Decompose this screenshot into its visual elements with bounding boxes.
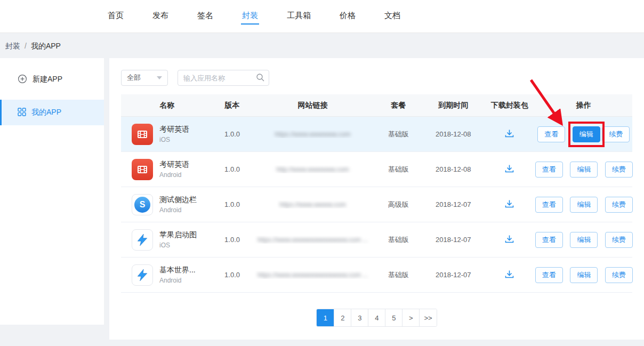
app-expire-date: 2018-12-07 bbox=[423, 236, 484, 244]
app-name: 考研英语 bbox=[159, 125, 189, 134]
film-icon bbox=[132, 124, 153, 145]
sidebar-item-new-app[interactable]: 新建APP bbox=[0, 67, 104, 92]
app-platform: iOS bbox=[159, 242, 197, 249]
view-button[interactable]: 查看 bbox=[535, 162, 563, 178]
page-button-2[interactable]: 2 bbox=[334, 309, 351, 326]
bolt-icon bbox=[132, 229, 153, 251]
view-button[interactable]: 查看 bbox=[537, 126, 565, 142]
plus-circle-icon bbox=[18, 74, 27, 85]
download-package-button[interactable] bbox=[502, 197, 517, 213]
view-button[interactable]: 查看 bbox=[535, 197, 563, 213]
pagination: 1 2 3 4 5 > >> bbox=[316, 309, 437, 327]
app-version: 1.0.0 bbox=[213, 271, 252, 279]
edit-button[interactable]: 编辑 bbox=[570, 162, 598, 178]
renew-button[interactable]: 续费 bbox=[605, 267, 633, 283]
grid-icon bbox=[18, 108, 26, 118]
nav-item-publish[interactable]: 发布 bbox=[151, 8, 170, 25]
nav-item-docs[interactable]: 文档 bbox=[383, 8, 401, 25]
app-plan: 高级版 bbox=[374, 200, 423, 210]
app-expire-date: 2018-12-07 bbox=[423, 200, 484, 208]
table-header-row: 名称 版本 网站链接 套餐 到期时间 下载封装包 操作 bbox=[121, 94, 632, 117]
next-page-button[interactable]: > bbox=[402, 309, 419, 326]
search-icon[interactable] bbox=[256, 73, 265, 84]
app-name: 基本世界... bbox=[159, 265, 196, 275]
compass-letter: S bbox=[134, 197, 150, 213]
header-plan: 套餐 bbox=[374, 101, 423, 110]
table-row: 基本世界... Android 1.0.0 https://www.wwwwww… bbox=[121, 258, 632, 293]
download-package-button[interactable] bbox=[502, 232, 517, 248]
page-button-3[interactable]: 3 bbox=[351, 309, 368, 326]
app-platform: Android bbox=[159, 277, 196, 284]
app-link: https://www.wwwwww.com bbox=[275, 131, 351, 138]
edit-button[interactable]: 编辑 bbox=[573, 126, 600, 142]
breadcrumb-my-app: 我的APP bbox=[31, 42, 61, 50]
renew-button[interactable]: 续费 bbox=[605, 232, 633, 248]
app-plan: 基础版 bbox=[374, 130, 423, 139]
breadcrumb-package[interactable]: 封装 bbox=[5, 42, 20, 50]
view-button[interactable]: 查看 bbox=[535, 267, 563, 283]
edit-button[interactable]: 编辑 bbox=[570, 232, 598, 248]
top-nav: 首页 发布 签名 封装 工具箱 价格 文档 bbox=[0, 0, 644, 33]
page-button-4[interactable]: 4 bbox=[368, 309, 385, 326]
header-name: 名称 bbox=[121, 101, 213, 110]
renew-button[interactable]: 续费 bbox=[605, 162, 633, 178]
bolt-icon bbox=[132, 264, 153, 286]
nav-item-toolbox[interactable]: 工具箱 bbox=[286, 8, 312, 25]
nav-item-home[interactable]: 首页 bbox=[107, 8, 125, 25]
breadcrumb-separator: / bbox=[25, 42, 27, 50]
app-name: 考研英语 bbox=[159, 160, 189, 170]
edit-button[interactable]: 编辑 bbox=[570, 197, 598, 213]
app-expire-date: 2018-12-07 bbox=[423, 271, 484, 279]
app-platform: Android bbox=[159, 206, 197, 214]
app-version: 1.0.0 bbox=[213, 130, 252, 138]
chevron-down-icon bbox=[157, 76, 162, 79]
app-platform: Android bbox=[159, 171, 189, 179]
app-name-cell: 基本世界... Android bbox=[121, 264, 213, 286]
page-button-1[interactable]: 1 bbox=[317, 309, 334, 326]
renew-button[interactable]: 续费 bbox=[602, 126, 630, 142]
download-package-button[interactable] bbox=[502, 162, 517, 178]
header-expire: 到期时间 bbox=[423, 101, 484, 110]
filter-dropdown[interactable]: 全部 bbox=[121, 70, 168, 86]
table-row: 苹果启动图 iOS 1.0.0 https://www.wwwwwwwwwwww… bbox=[121, 222, 632, 258]
app-link: https://www.wwwwwwwwwwww.com ... bbox=[257, 271, 368, 279]
app-name-cell: 苹果启动图 iOS bbox=[121, 229, 213, 251]
renew-button[interactable]: 续费 bbox=[605, 197, 633, 213]
table-row: 考研英语 Android 1.0.0 http://www.wwwwww.com… bbox=[121, 152, 632, 187]
compass-icon: S bbox=[132, 194, 153, 215]
app-platform: iOS bbox=[159, 136, 189, 143]
view-button[interactable]: 查看 bbox=[535, 232, 563, 248]
app-expire-date: 2018-12-08 bbox=[423, 165, 484, 173]
app-plan: 基础版 bbox=[374, 165, 423, 174]
film-icon bbox=[132, 159, 153, 180]
sidebar-item-label: 新建APP bbox=[33, 75, 62, 84]
app-name-cell: 考研英语 iOS bbox=[121, 124, 213, 145]
table-row: 考研英语 iOS 1.0.0 https://www.wwwwww.com 基础… bbox=[121, 117, 632, 152]
sidebar-item-label: 我的APP bbox=[31, 108, 61, 117]
app-link: https://www.wwwwwwwwwwww.com ... bbox=[257, 236, 368, 244]
app-table: 名称 版本 网站链接 套餐 到期时间 下载封装包 操作 考研英语 iOS bbox=[121, 94, 632, 293]
header-link: 网站链接 bbox=[252, 101, 374, 110]
app-expire-date: 2018-12-08 bbox=[423, 130, 484, 138]
app-plan: 基础版 bbox=[374, 235, 423, 245]
download-package-button[interactable] bbox=[502, 267, 517, 283]
app-name-cell: S 测试侧边栏 Android bbox=[121, 194, 213, 215]
page-button-5[interactable]: 5 bbox=[385, 309, 402, 326]
nav-item-price[interactable]: 价格 bbox=[339, 8, 357, 25]
search-box bbox=[178, 70, 269, 86]
nav-item-sign[interactable]: 签名 bbox=[196, 8, 214, 25]
table-row: S 测试侧边栏 Android 1.0.0 https://www.wwww.c… bbox=[121, 187, 632, 222]
app-name: 测试侧边栏 bbox=[159, 195, 197, 205]
sidebar: 新建APP 我的APP bbox=[0, 58, 104, 325]
app-link: https://www.wwww.com bbox=[279, 201, 346, 208]
last-page-button[interactable]: >> bbox=[419, 309, 436, 326]
sidebar-item-my-apps[interactable]: 我的APP bbox=[0, 100, 104, 125]
app-version: 1.0.0 bbox=[213, 165, 252, 173]
app-name-cell: 考研英语 Android bbox=[121, 159, 213, 180]
download-package-button[interactable] bbox=[502, 126, 517, 142]
edit-button[interactable]: 编辑 bbox=[570, 267, 598, 283]
filter-dropdown-value: 全部 bbox=[127, 73, 141, 83]
main-panel: 全部 名称 版本 网站链接 套餐 到期时间 下载封装包 操作 bbox=[109, 58, 644, 340]
header-actions: 操作 bbox=[535, 101, 632, 110]
nav-item-package[interactable]: 封装 bbox=[241, 8, 259, 25]
